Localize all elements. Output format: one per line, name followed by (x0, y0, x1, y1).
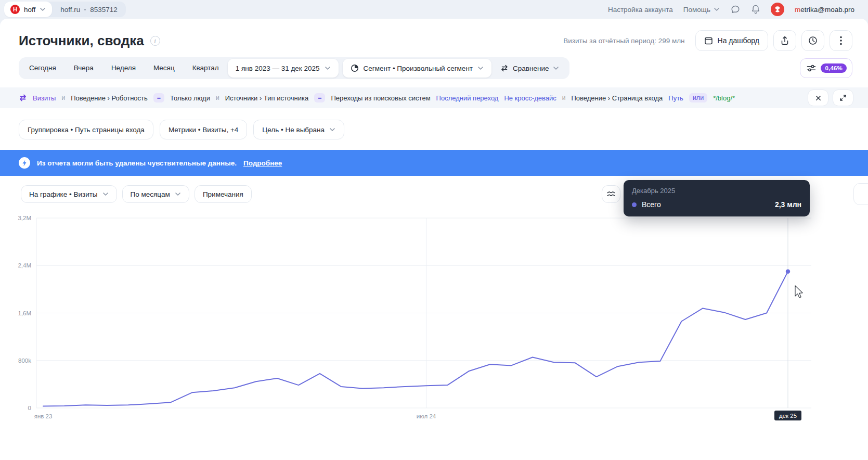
filter-token[interactable]: Поведение › Страница входа (571, 94, 663, 102)
on-chart-metric-label: На графике • Визиты (29, 190, 98, 198)
chart-type-button[interactable] (602, 185, 620, 203)
lightning-icon (19, 157, 30, 169)
help-label: Помощь (683, 6, 710, 14)
help-menu[interactable]: Помощь (683, 6, 720, 14)
expand-filters-button[interactable] (833, 90, 853, 106)
to-dashboard-label: На дашборд (718, 36, 759, 45)
notifications-button[interactable] (751, 4, 760, 15)
page-title: Источники, сводка (19, 33, 144, 49)
user-email-rest: etrika@moab.pro (800, 6, 854, 14)
to-dashboard-button[interactable]: На дашборд (695, 30, 768, 51)
page-head: Источники, сводка i Визиты за отчётный п… (0, 19, 868, 51)
metrics-button[interactable]: Метрики • Визиты, +4 (160, 120, 247, 139)
y-tick-label: 0 (28, 405, 31, 411)
pie-segment-icon (351, 64, 359, 72)
segment-label: Сегмент • Произвольный сегмент (364, 65, 473, 72)
counter-id: 8535712 (90, 6, 118, 14)
visits-line (43, 272, 788, 406)
more-actions-button[interactable] (830, 30, 852, 51)
filter-token: и (61, 94, 65, 101)
chart-section: На графике • Визиты По месяцам Примечани… (0, 176, 868, 451)
x-tick-label: июл 24 (417, 413, 436, 419)
sliders-icon (807, 64, 816, 72)
filter-token[interactable]: Переходы из поисковых систем (331, 94, 430, 102)
goal-button[interactable]: Цель • Не выбрана (253, 120, 344, 139)
filter-token[interactable]: = (153, 93, 164, 103)
clear-filters-button[interactable] (808, 90, 828, 106)
visits-chart[interactable]: 0800k1,6M2,4M3,2Mянв 23июл 24дек 25 (0, 207, 868, 451)
tooltip-period: Декабрь 2025 (632, 187, 801, 195)
y-tick-label: 2,4M (18, 262, 31, 269)
compare-arrows-icon (500, 65, 509, 72)
filter-token[interactable]: = (314, 93, 325, 103)
user-email-first-letter: m (795, 6, 800, 14)
share-icon (781, 36, 789, 45)
filter-token: и (562, 94, 566, 101)
filter-token[interactable]: Визиты (33, 94, 56, 102)
counter-switcher-area: H hoff hoff.ru 8535712 (4, 2, 126, 17)
metrics-label: Метрики • Визиты, +4 (169, 126, 238, 134)
filter-strip: ВизитыиПоведение › Роботность=Только люд… (0, 87, 868, 108)
banner-details-link[interactable]: Подробнее (243, 159, 282, 167)
filter-tokens: ВизитыиПоведение › Роботность=Только люд… (33, 93, 735, 103)
counter-logo: H (10, 5, 20, 14)
period-tab[interactable]: Месяц (145, 59, 184, 78)
filter-token[interactable]: Только люди (170, 94, 210, 102)
account-settings-link[interactable]: Настройка аккаунта (608, 6, 673, 14)
close-icon (815, 95, 822, 101)
clock-icon (808, 36, 818, 45)
on-chart-metric-picker[interactable]: На графике • Визиты (21, 185, 117, 203)
filter-token[interactable]: или (689, 93, 707, 103)
filter-token[interactable]: Источники › Тип источника (225, 94, 309, 102)
counter-domain: hoff.ru (60, 6, 80, 14)
segment-picker[interactable]: Сегмент • Произвольный сегмент (343, 59, 492, 78)
kebab-menu-icon (840, 36, 842, 45)
y-tick-label: 800k (18, 357, 31, 364)
export-button[interactable] (773, 30, 796, 51)
period-tab[interactable]: Сегодня (20, 59, 65, 78)
history-button[interactable] (801, 30, 824, 51)
counter-switcher: H hoff hoff.ru 8535712 (4, 2, 126, 17)
annotations-button[interactable]: Примечания (195, 185, 252, 203)
chart-fullscreen-button[interactable] (853, 183, 868, 205)
hover-point (786, 269, 790, 273)
period-tab[interactable]: Квартал (184, 59, 228, 78)
counter-selector[interactable]: H hoff (4, 2, 52, 17)
sampling-badge: 0,46% (821, 63, 847, 73)
y-tick-label: 3,2M (18, 215, 31, 221)
granularity-label: По месяцам (131, 190, 170, 198)
feedback-button[interactable] (730, 4, 741, 15)
dot-separator (84, 9, 86, 10)
compare-arrows-icon (19, 94, 27, 101)
chevron-down-icon (40, 7, 46, 11)
topbar: H hoff hoff.ru 8535712 Настройка аккаунт… (0, 0, 868, 19)
date-range-picker[interactable]: 1 янв 2023 — 31 дек 2025 (228, 59, 339, 78)
chevron-down-icon (329, 127, 335, 132)
chart-tooltip: Декабрь 2025 Всего 2,3 млн (624, 180, 810, 216)
period-tab[interactable]: Вчера (65, 59, 102, 78)
granularity-picker[interactable]: По месяцам (122, 185, 189, 203)
period-tab[interactable]: Неделя (102, 59, 145, 78)
filter-token[interactable]: Поведение › Роботность (71, 94, 148, 102)
user-email[interactable]: metrika@moab.pro (795, 6, 854, 14)
waves-icon (606, 190, 616, 198)
grouping-label: Группировка • Путь страницы входа (28, 126, 145, 134)
comparison-picker[interactable]: Сравнение (491, 65, 568, 72)
filter-token[interactable]: */blog/* (713, 94, 735, 102)
chevron-down-icon (477, 66, 484, 70)
comparison-label: Сравнение (513, 65, 549, 72)
counter-name: hoff (24, 6, 35, 14)
filter-token[interactable]: Путь (668, 94, 683, 102)
chevron-down-icon (714, 7, 720, 11)
avatar[interactable] (771, 3, 784, 16)
counter-meta[interactable]: hoff.ru 8535712 (52, 6, 126, 14)
grouping-button[interactable]: Группировка • Путь страницы входа (19, 120, 153, 139)
filter-token[interactable]: Последний переход (436, 94, 499, 102)
chevron-down-icon (102, 192, 109, 196)
mouse-cursor (795, 286, 802, 298)
topbar-right: Настройка аккаунта Помощь metrika@moab.p… (608, 3, 854, 16)
sampling-settings-button[interactable]: 0,46% (800, 58, 852, 78)
filter-token: и (216, 94, 219, 101)
filter-token[interactable]: Не кросс-девайс (504, 94, 556, 102)
info-icon[interactable]: i (150, 36, 160, 46)
